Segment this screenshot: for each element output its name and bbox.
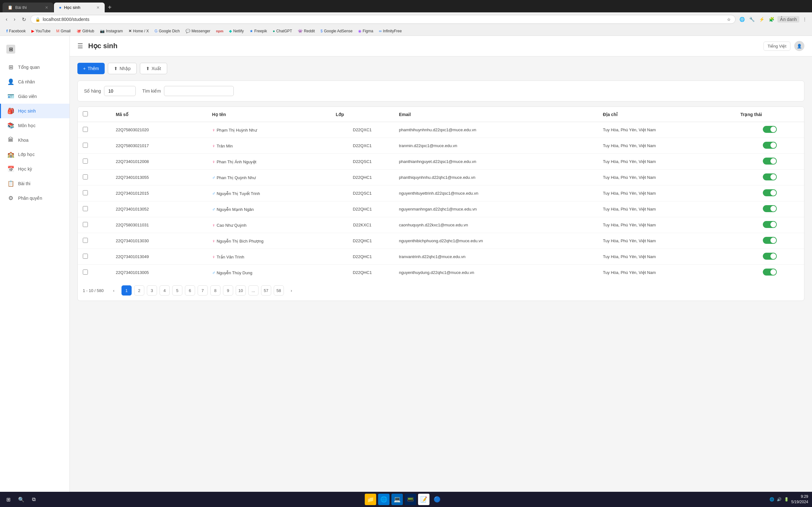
bookmark-facebook[interactable]: f Facebook (4, 27, 28, 34)
taskbar-app2[interactable]: 🔵 (431, 494, 443, 505)
taskbar-terminal[interactable]: 📟 (405, 494, 416, 505)
sidebar-item-mon-hoc[interactable]: 📚 Môn học (0, 118, 69, 133)
row-checkbox-cell (78, 122, 111, 138)
taskbar-edge[interactable]: 🌐 (378, 494, 389, 505)
row-checkbox-2[interactable] (83, 159, 88, 164)
sidebar-item-khoa[interactable]: 🏛 Khoa (0, 133, 69, 147)
taskbar-file-explorer[interactable]: 📁 (365, 494, 376, 505)
tab-close-2[interactable]: ✕ (96, 5, 100, 10)
app-container: ⊞ ⊞ Tổng quan 👤 Cá nhân 🪪 Giáo viên 🎒 Họ… (0, 36, 812, 505)
table-header-row: Mã số Họ tên Lớp Email Địa chỉ Trạng thá… (78, 107, 804, 122)
status-toggle-5[interactable] (763, 205, 777, 212)
taskbar-task-view[interactable]: ⧉ (30, 495, 38, 504)
profile-button[interactable]: Ản danh (777, 16, 799, 22)
page-9-button[interactable]: 9 (223, 285, 233, 295)
bookmark-adsense[interactable]: $ Google AdSense (318, 28, 355, 34)
sidebar-item-hoc-sinh[interactable]: 🎒 Học sinh (0, 104, 69, 118)
instagram-icon: 📷 (100, 29, 105, 33)
next-page-button[interactable]: › (286, 285, 296, 295)
bookmark-instagram[interactable]: 📷 Instagram (97, 28, 125, 34)
search-input[interactable] (164, 86, 234, 96)
taskbar-vscode[interactable]: 💻 (391, 494, 403, 505)
bookmark-npm[interactable]: npm (213, 28, 226, 34)
page-5-button[interactable]: 5 (172, 285, 182, 295)
import-button[interactable]: ⬆ Nhập (108, 63, 137, 74)
row-checkbox-1[interactable] (83, 143, 88, 148)
menu-button[interactable]: ⋮ (801, 15, 808, 23)
extension-icon-2[interactable]: ⚡ (758, 15, 766, 23)
row-checkbox-6[interactable] (83, 222, 88, 227)
bookmark-reddit[interactable]: 👾 Reddit (295, 28, 318, 34)
row-checkbox-8[interactable] (83, 253, 88, 259)
status-toggle-3[interactable] (763, 173, 777, 180)
status-toggle-9[interactable] (763, 269, 777, 276)
rows-input[interactable] (104, 86, 136, 96)
status-toggle-1[interactable] (763, 142, 777, 149)
row-checkbox-4[interactable] (83, 190, 88, 195)
select-all-checkbox[interactable] (83, 111, 88, 116)
bookmark-chatgpt[interactable]: ● ChatGPT (270, 28, 295, 34)
start-button[interactable]: ⊞ (4, 495, 13, 504)
row-checkbox-0[interactable] (83, 127, 88, 132)
add-button[interactable]: + Thêm (77, 63, 105, 74)
forward-button[interactable]: › (12, 15, 17, 23)
sidebar-toggle-button[interactable]: ☰ (77, 42, 83, 50)
bookmark-infinityfree[interactable]: ∞ InfinityFree (377, 28, 404, 34)
back-button[interactable]: ‹ (4, 15, 9, 23)
status-toggle-4[interactable] (763, 189, 777, 196)
new-tab-button[interactable]: + (105, 3, 114, 12)
status-toggle-6[interactable] (763, 221, 777, 228)
reload-button[interactable]: ↻ (20, 15, 28, 24)
extension-icon-1[interactable]: 🔧 (748, 15, 756, 23)
bookmark-x[interactable]: ✕ Home / X (126, 28, 151, 34)
sidebar-item-bai-thi[interactable]: 📋 Bài thi (0, 176, 69, 191)
page-57-button[interactable]: 57 (261, 285, 271, 295)
taskbar-notion[interactable]: 📝 (418, 494, 429, 505)
tab-close-1[interactable]: ✕ (45, 5, 48, 10)
page-6-button[interactable]: 6 (185, 285, 195, 295)
page-4-button[interactable]: 4 (160, 285, 170, 295)
bookmark-freepik[interactable]: ★ Freepik (247, 28, 270, 34)
status-toggle-7[interactable] (763, 237, 777, 244)
row-checkbox-3[interactable] (83, 174, 88, 179)
bookmark-messenger[interactable]: 💬 Messenger (183, 28, 213, 34)
row-checkbox-5[interactable] (83, 206, 88, 211)
page-3-button[interactable]: 3 (147, 285, 157, 295)
row-checkbox-9[interactable] (83, 270, 88, 275)
bookmark-youtube[interactable]: ▶ YouTube (29, 28, 53, 34)
sidebar-item-giao-vien[interactable]: 🪪 Giáo viên (0, 89, 69, 104)
star-icon[interactable]: ☆ (727, 17, 731, 22)
language-button[interactable]: Tiếng Việt (763, 42, 791, 51)
taskbar-search-button[interactable]: 🔍 (15, 495, 27, 504)
sidebar-item-tong-quan[interactable]: ⊞ Tổng quan (0, 60, 69, 74)
sidebar-item-lop-hoc[interactable]: 🏫 Lớp học (0, 147, 69, 162)
page-10-button[interactable]: 10 (236, 285, 246, 295)
sidebar-item-ca-nhan[interactable]: 👤 Cá nhân (0, 74, 69, 89)
status-toggle-2[interactable] (763, 158, 777, 165)
bookmark-gmail[interactable]: M Gmail (54, 28, 73, 34)
status-toggle-8[interactable] (763, 253, 777, 260)
user-avatar[interactable]: 👤 (794, 41, 804, 51)
status-toggle-0[interactable] (763, 126, 777, 133)
tab-bai-thi[interactable]: 📋 Bài thi ✕ (3, 3, 53, 12)
translate-icon[interactable]: 🌐 (738, 15, 746, 23)
sidebar-item-phan-quyen[interactable]: ⚙ Phân quyền (0, 191, 69, 206)
bookmark-figma[interactable]: ◉ Figma (356, 28, 376, 34)
bookmark-netlify[interactable]: ◆ Netlify (226, 28, 246, 34)
extension-icon-3[interactable]: 🧩 (768, 15, 775, 23)
sidebar-item-hoc-ky[interactable]: 📅 Học kỳ (0, 162, 69, 176)
bookmark-github[interactable]: 🐙 GitHub (74, 28, 97, 34)
tab-hoc-sinh[interactable]: ● Học sinh ✕ (54, 3, 105, 12)
gender-icon-9: ♂ (212, 270, 215, 275)
sidebar-item-label-tong-quan: Tổng quan (18, 65, 40, 70)
page-58-button[interactable]: 58 (274, 285, 284, 295)
export-button[interactable]: ⬆ Xuất (140, 63, 167, 74)
page-2-button[interactable]: 2 (134, 285, 144, 295)
bookmark-google-translate[interactable]: G Google Dich (152, 28, 182, 34)
page-1-button[interactable]: 1 (121, 285, 131, 295)
address-bar[interactable]: 🔒 localhost:8000/students ☆ (31, 15, 736, 24)
row-checkbox-7[interactable] (83, 238, 88, 243)
prev-page-button[interactable]: ‹ (109, 285, 119, 295)
page-7-button[interactable]: 7 (198, 285, 208, 295)
page-8-button[interactable]: 8 (210, 285, 220, 295)
